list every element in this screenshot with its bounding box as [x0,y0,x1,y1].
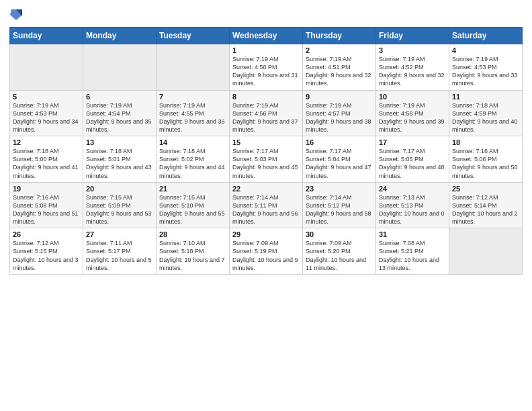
calendar-cell [157,44,230,91]
day-info: Sunrise: 7:18 AM Sunset: 4:59 PM Dayligh… [452,101,519,134]
day-info: Sunrise: 7:19 AM Sunset: 4:53 PM Dayligh… [13,101,80,134]
day-info: Sunrise: 7:19 AM Sunset: 4:56 PM Dayligh… [232,101,300,134]
day-info: Sunrise: 7:15 AM Sunset: 5:10 PM Dayligh… [159,193,226,226]
calendar-cell: 15Sunrise: 7:17 AM Sunset: 5:03 PM Dayli… [230,136,303,183]
day-number: 24 [379,185,446,193]
day-info: Sunrise: 7:19 AM Sunset: 4:54 PM Dayligh… [86,101,153,134]
calendar-cell: 13Sunrise: 7:18 AM Sunset: 5:01 PM Dayli… [83,136,157,183]
day-info: Sunrise: 7:14 AM Sunset: 5:11 PM Dayligh… [232,193,300,226]
day-number: 14 [159,138,226,146]
day-info: Sunrise: 7:16 AM Sunset: 5:06 PM Dayligh… [452,147,519,180]
week-row-4: 19Sunrise: 7:16 AM Sunset: 5:08 PM Dayli… [10,182,523,228]
weekday-header-sunday: Sunday [10,28,83,44]
day-info: Sunrise: 7:19 AM Sunset: 4:57 PM Dayligh… [306,101,373,134]
day-number: 3 [379,46,446,54]
day-info: Sunrise: 7:19 AM Sunset: 4:53 PM Dayligh… [452,55,519,88]
day-info: Sunrise: 7:18 AM Sunset: 5:00 PM Dayligh… [13,147,80,180]
calendar-cell [83,44,157,91]
day-number: 18 [452,138,519,146]
day-info: Sunrise: 7:10 AM Sunset: 5:18 PM Dayligh… [159,239,226,272]
day-number: 13 [86,138,153,146]
calendar-cell: 12Sunrise: 7:18 AM Sunset: 5:00 PM Dayli… [10,136,83,183]
day-number: 31 [379,230,446,238]
logo-icon [10,7,22,21]
calendar-cell: 11Sunrise: 7:18 AM Sunset: 4:59 PM Dayli… [449,90,523,136]
day-number: 15 [232,138,300,146]
day-number: 4 [452,46,519,54]
day-info: Sunrise: 7:14 AM Sunset: 5:12 PM Dayligh… [306,193,373,226]
day-number: 17 [379,138,446,146]
weekday-header-saturday: Saturday [449,28,523,44]
calendar-cell: 16Sunrise: 7:17 AM Sunset: 5:04 PM Dayli… [303,136,376,183]
day-number: 11 [452,93,519,101]
calendar-cell: 31Sunrise: 7:08 AM Sunset: 5:21 PM Dayli… [376,228,449,275]
day-number: 23 [306,185,373,193]
day-number: 9 [306,93,373,101]
day-info: Sunrise: 7:17 AM Sunset: 5:04 PM Dayligh… [306,147,373,180]
day-number: 21 [159,185,226,193]
calendar-cell: 3Sunrise: 7:19 AM Sunset: 4:52 PM Daylig… [376,44,449,91]
day-number: 25 [452,185,519,193]
calendar-cell: 4Sunrise: 7:19 AM Sunset: 4:53 PM Daylig… [449,44,523,91]
calendar-cell: 24Sunrise: 7:13 AM Sunset: 5:13 PM Dayli… [376,182,449,228]
calendar-cell: 5Sunrise: 7:19 AM Sunset: 4:53 PM Daylig… [10,90,83,136]
day-info: Sunrise: 7:19 AM Sunset: 4:55 PM Dayligh… [159,101,226,134]
day-info: Sunrise: 7:08 AM Sunset: 5:21 PM Dayligh… [379,239,446,272]
page: SundayMondayTuesdayWednesdayThursdayFrid… [0,0,532,411]
calendar-cell: 18Sunrise: 7:16 AM Sunset: 5:06 PM Dayli… [449,136,523,183]
calendar-cell: 20Sunrise: 7:15 AM Sunset: 5:09 PM Dayli… [83,182,157,228]
calendar-cell: 17Sunrise: 7:17 AM Sunset: 5:05 PM Dayli… [376,136,449,183]
calendar-cell [10,44,83,91]
calendar-cell: 6Sunrise: 7:19 AM Sunset: 4:54 PM Daylig… [83,90,157,136]
calendar-cell [449,228,523,275]
calendar-table: SundayMondayTuesdayWednesdayThursdayFrid… [9,27,523,275]
day-number: 28 [159,230,226,238]
day-number: 1 [232,46,300,54]
week-row-5: 26Sunrise: 7:12 AM Sunset: 5:15 PM Dayli… [10,228,523,275]
day-info: Sunrise: 7:19 AM Sunset: 4:58 PM Dayligh… [379,101,446,134]
day-info: Sunrise: 7:18 AM Sunset: 5:01 PM Dayligh… [86,147,153,180]
calendar-cell: 9Sunrise: 7:19 AM Sunset: 4:57 PM Daylig… [303,90,376,136]
day-info: Sunrise: 7:19 AM Sunset: 4:50 PM Dayligh… [232,55,300,88]
day-number: 16 [306,138,373,146]
weekday-header-wednesday: Wednesday [230,28,303,44]
week-row-2: 5Sunrise: 7:19 AM Sunset: 4:53 PM Daylig… [10,90,523,136]
day-number: 20 [86,185,153,193]
calendar-cell: 21Sunrise: 7:15 AM Sunset: 5:10 PM Dayli… [157,182,230,228]
calendar-cell: 19Sunrise: 7:16 AM Sunset: 5:08 PM Dayli… [10,182,83,228]
calendar-cell: 28Sunrise: 7:10 AM Sunset: 5:18 PM Dayli… [157,228,230,275]
calendar-cell: 8Sunrise: 7:19 AM Sunset: 4:56 PM Daylig… [230,90,303,136]
week-row-3: 12Sunrise: 7:18 AM Sunset: 5:00 PM Dayli… [10,136,523,183]
header [9,7,523,21]
day-number: 10 [379,93,446,101]
day-number: 22 [232,185,300,193]
day-info: Sunrise: 7:09 AM Sunset: 5:20 PM Dayligh… [306,239,373,272]
weekday-header-row: SundayMondayTuesdayWednesdayThursdayFrid… [10,28,523,44]
day-info: Sunrise: 7:12 AM Sunset: 5:14 PM Dayligh… [452,193,519,226]
weekday-header-monday: Monday [83,28,157,44]
day-info: Sunrise: 7:16 AM Sunset: 5:08 PM Dayligh… [13,193,80,226]
calendar-cell: 10Sunrise: 7:19 AM Sunset: 4:58 PM Dayli… [376,90,449,136]
day-info: Sunrise: 7:18 AM Sunset: 5:02 PM Dayligh… [159,147,226,180]
day-info: Sunrise: 7:09 AM Sunset: 5:19 PM Dayligh… [232,239,300,272]
logo [9,7,22,21]
calendar-cell: 2Sunrise: 7:19 AM Sunset: 4:51 PM Daylig… [303,44,376,91]
weekday-header-thursday: Thursday [303,28,376,44]
day-info: Sunrise: 7:13 AM Sunset: 5:13 PM Dayligh… [379,193,446,226]
day-info: Sunrise: 7:17 AM Sunset: 5:03 PM Dayligh… [232,147,300,180]
day-info: Sunrise: 7:12 AM Sunset: 5:15 PM Dayligh… [13,239,80,272]
day-number: 30 [306,230,373,238]
week-row-1: 1Sunrise: 7:19 AM Sunset: 4:50 PM Daylig… [10,44,523,91]
calendar-cell: 14Sunrise: 7:18 AM Sunset: 5:02 PM Dayli… [157,136,230,183]
day-info: Sunrise: 7:19 AM Sunset: 4:51 PM Dayligh… [306,55,373,88]
day-info: Sunrise: 7:17 AM Sunset: 5:05 PM Dayligh… [379,147,446,180]
day-info: Sunrise: 7:11 AM Sunset: 5:17 PM Dayligh… [86,239,153,272]
logo-block [9,7,22,21]
weekday-header-tuesday: Tuesday [157,28,230,44]
day-number: 29 [232,230,300,238]
weekday-header-friday: Friday [376,28,449,44]
calendar-cell: 1Sunrise: 7:19 AM Sunset: 4:50 PM Daylig… [230,44,303,91]
day-number: 19 [13,185,80,193]
calendar-cell: 29Sunrise: 7:09 AM Sunset: 5:19 PM Dayli… [230,228,303,275]
calendar-cell: 23Sunrise: 7:14 AM Sunset: 5:12 PM Dayli… [303,182,376,228]
